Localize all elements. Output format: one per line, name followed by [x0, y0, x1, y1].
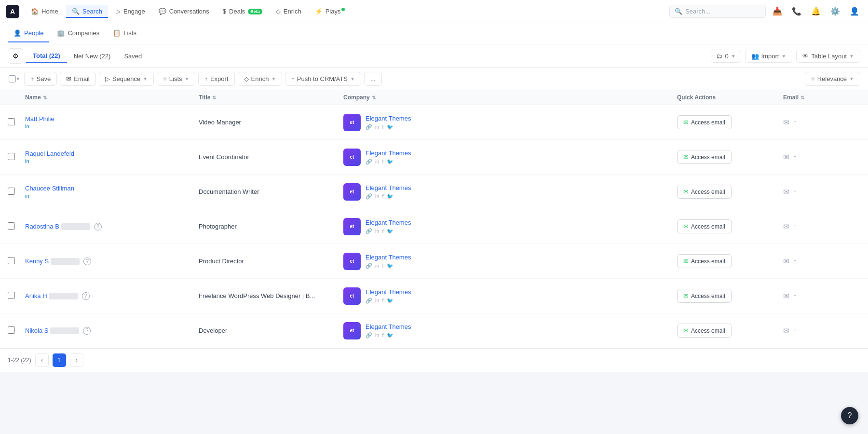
facebook-link[interactable]: f [382, 124, 384, 130]
nav-enrich[interactable]: ◇ Enrich [270, 5, 307, 18]
website-link[interactable]: 🔗 [366, 298, 372, 304]
privacy-help-icon[interactable]: ? [83, 258, 91, 265]
linkedin-icon[interactable]: in [25, 193, 29, 199]
tab-net-new[interactable]: Net New (22) [67, 50, 118, 62]
website-link[interactable]: 🔗 [366, 263, 372, 269]
website-link[interactable]: 🔗 [366, 124, 372, 130]
row-checkbox[interactable] [8, 292, 15, 299]
nav-home[interactable]: 🏠 Home [25, 5, 64, 18]
profile-button[interactable]: 👤 [847, 4, 862, 19]
twitter-link[interactable]: 🐦 [387, 228, 393, 234]
row-checkbox[interactable] [8, 326, 15, 334]
page-next-button[interactable]: › [70, 353, 83, 367]
sub-nav-lists[interactable]: 📋 Lists [107, 25, 142, 42]
global-search-box[interactable]: 🔍 [669, 5, 766, 18]
company-name[interactable]: Elegant Themes [366, 288, 411, 296]
row-checkbox[interactable] [8, 257, 15, 264]
saved-count[interactable]: 🗂 0 ▼ [711, 50, 741, 63]
email-action-icon[interactable]: ✉ [783, 292, 789, 300]
relevance-button[interactable]: ≡ Relevance ▼ [805, 72, 860, 86]
row-checkbox[interactable] [8, 222, 15, 230]
tab-saved[interactable]: Saved [117, 50, 149, 62]
access-email-button[interactable]: ✉ Access email [677, 185, 732, 199]
nav-search[interactable]: 🔍 Search [66, 5, 108, 18]
email-action-icon[interactable]: ✉ [783, 257, 789, 266]
email-upload-icon[interactable]: ↑ [793, 326, 797, 335]
linkedin-company-link[interactable]: in [375, 332, 380, 338]
nav-engage[interactable]: ▷ Engage [110, 5, 151, 18]
linkedin-company-link[interactable]: in [375, 159, 380, 164]
header-company[interactable]: Company ⇅ [343, 94, 677, 101]
email-upload-icon[interactable]: ↑ [793, 257, 797, 265]
sequence-button[interactable]: ▷ Sequence ▼ [99, 72, 154, 86]
twitter-link[interactable]: 🐦 [387, 332, 393, 339]
facebook-link[interactable]: f [382, 298, 384, 303]
privacy-help-icon[interactable]: ? [82, 292, 90, 300]
company-logo[interactable]: et [343, 114, 361, 131]
enrich-button[interactable]: ◇ Enrich ▼ [238, 72, 283, 86]
company-logo[interactable]: et [343, 183, 361, 201]
save-button[interactable]: + Save [24, 72, 57, 86]
twitter-link[interactable]: 🐦 [387, 298, 393, 304]
global-search-input[interactable] [685, 8, 760, 15]
website-link[interactable]: 🔗 [366, 193, 372, 200]
email-action-icon[interactable]: ✉ [783, 188, 789, 196]
company-logo[interactable]: et [343, 149, 361, 166]
email-action-icon[interactable]: ✉ [783, 222, 789, 231]
settings-button[interactable]: ⚙️ [827, 4, 843, 19]
email-action-icon[interactable]: ✉ [783, 326, 789, 335]
website-link[interactable]: 🔗 [366, 159, 372, 165]
company-logo[interactable]: et [343, 218, 361, 235]
select-all-checkbox[interactable] [9, 75, 16, 82]
person-name[interactable]: Raquel Landefeld [25, 150, 199, 157]
access-email-button[interactable]: ✉ Access email [677, 324, 732, 338]
push-crm-button[interactable]: ↑ Push to CRM/ATS ▼ [285, 72, 361, 86]
access-email-button[interactable]: ✉ Access email [677, 254, 732, 268]
email-action-icon[interactable]: ✉ [783, 118, 789, 127]
linkedin-company-link[interactable]: in [375, 228, 380, 234]
facebook-link[interactable]: f [382, 332, 384, 338]
linkedin-company-link[interactable]: in [375, 263, 380, 269]
company-name[interactable]: Elegant Themes [366, 254, 411, 261]
nav-plays[interactable]: ⚡ Plays [309, 5, 351, 18]
sub-nav-companies[interactable]: 🏢 Companies [51, 25, 105, 42]
facebook-link[interactable]: f [382, 159, 384, 164]
website-link[interactable]: 🔗 [366, 228, 372, 234]
twitter-link[interactable]: 🐦 [387, 159, 393, 165]
company-name[interactable]: Elegant Themes [366, 184, 411, 191]
lists-button[interactable]: ≡ Lists ▼ [157, 72, 195, 86]
privacy-help-icon[interactable]: ? [94, 223, 102, 231]
email-upload-icon[interactable]: ↑ [793, 118, 797, 126]
company-name[interactable]: Elegant Themes [366, 115, 411, 122]
email-upload-icon[interactable]: ↑ [793, 222, 797, 231]
email-upload-icon[interactable]: ↑ [793, 292, 797, 300]
select-all-chevron[interactable]: ▼ [16, 76, 21, 81]
linkedin-company-link[interactable]: in [375, 193, 380, 199]
header-name[interactable]: Name ⇅ [25, 94, 199, 101]
facebook-link[interactable]: f [382, 193, 384, 199]
linkedin-company-link[interactable]: in [375, 124, 380, 130]
access-email-button[interactable]: ✉ Access email [677, 115, 732, 129]
company-name[interactable]: Elegant Themes [366, 149, 411, 157]
linkedin-company-link[interactable]: in [375, 298, 380, 303]
tab-total[interactable]: Total (22) [26, 50, 67, 63]
import-button[interactable]: 👥 Import ▼ [745, 50, 793, 63]
app-logo[interactable]: A [6, 5, 19, 18]
email-button[interactable]: ✉ Email [60, 72, 96, 86]
email-upload-icon[interactable]: ↑ [793, 153, 797, 161]
linkedin-icon[interactable]: in [25, 123, 29, 129]
export-button[interactable]: ↑ Export [198, 72, 234, 86]
access-email-button[interactable]: ✉ Access email [677, 289, 732, 303]
row-checkbox[interactable] [8, 188, 15, 195]
more-button[interactable]: ... [364, 72, 382, 86]
facebook-link[interactable]: f [382, 228, 384, 234]
access-email-button[interactable]: ✉ Access email [677, 150, 732, 164]
person-name[interactable]: Anika H [25, 292, 47, 299]
row-checkbox[interactable] [8, 118, 15, 125]
person-name[interactable]: Radostina B [25, 223, 59, 230]
table-layout-button[interactable]: 👁 Table Layout ▼ [796, 50, 860, 63]
person-name[interactable]: Kenny S [25, 258, 49, 265]
twitter-link[interactable]: 🐦 [387, 193, 393, 200]
access-email-button[interactable]: ✉ Access email [677, 219, 732, 233]
email-action-icon[interactable]: ✉ [783, 153, 789, 162]
